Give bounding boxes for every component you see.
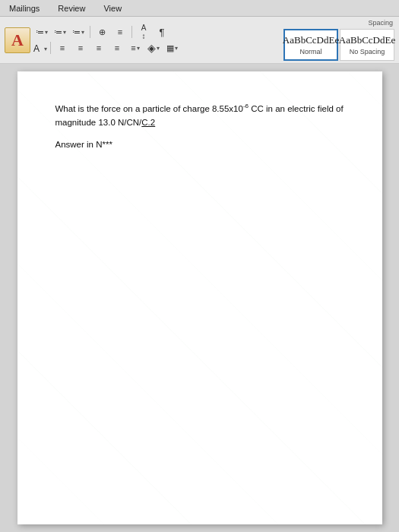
- style-no-spacing-preview: AaBbCcDdEe: [339, 34, 395, 46]
- numbered-list-button[interactable]: ≔▾: [52, 25, 68, 39]
- document-question: What is the force on a particle of charg…: [55, 102, 344, 130]
- menu-mailings[interactable]: Mailings: [6, 3, 43, 14]
- align-right-button[interactable]: ≡: [90, 41, 107, 55]
- style-no-spacing-box[interactable]: AaBbCcDdEe No Spacing: [340, 29, 394, 61]
- question-link[interactable]: C.2: [141, 118, 155, 127]
- document-page: What is the force on a particle of charg…: [17, 71, 382, 524]
- style-panel: Spacing AaBbCcDdEe Normal AaBbCcDdEe No …: [283, 19, 394, 61]
- line-spacing-button[interactable]: ≡▾: [127, 41, 144, 55]
- bullet-list-button[interactable]: ≔▾: [33, 25, 50, 39]
- font-a-label: A: [33, 43, 40, 54]
- multilevel-list-button[interactable]: ≔▾: [70, 25, 87, 39]
- sort-button[interactable]: A↕: [135, 25, 152, 39]
- style-no-spacing-label: No Spacing: [350, 48, 385, 55]
- align-left-button[interactable]: ≡: [54, 41, 71, 55]
- toolbar-row-2: A ▾ ≡ ≡ ≡ ≡ ≡▾ ◈▾ ▦▾: [33, 41, 180, 55]
- font-a-arrow: ▾: [44, 46, 47, 52]
- style-normal-box[interactable]: AaBbCcDdEe Normal: [283, 29, 338, 61]
- separator-1: [90, 26, 90, 38]
- menu-review[interactable]: Review: [55, 3, 88, 14]
- question-text-before: What is the force on a particle of charg…: [55, 104, 243, 113]
- justify-button[interactable]: ≡: [109, 41, 125, 55]
- document-answer: Answer in N***: [55, 138, 344, 151]
- ribbon: A ≔▾ ≔▾ ≔▾ ⊕ ≡ A↕ ¶ A ▾ ≡ ≡ ≡ ≡ ≡▾ ◈▾: [0, 17, 399, 64]
- decrease-indent-button[interactable]: ⊕: [93, 25, 110, 39]
- document-area: What is the force on a particle of charg…: [0, 64, 399, 532]
- styles-big-a-button[interactable]: A: [5, 27, 30, 53]
- style-boxes: AaBbCcDdEe Normal AaBbCcDdEe No Spacing: [283, 29, 394, 61]
- paragraph-mark-button[interactable]: ¶: [154, 25, 170, 39]
- spacing-label: Spacing: [283, 19, 393, 27]
- shading-button[interactable]: ◈▾: [145, 41, 162, 55]
- borders-button[interactable]: ▦▾: [163, 41, 180, 55]
- menu-bar: Mailings Review View: [0, 0, 399, 17]
- align-center-button[interactable]: ≡: [72, 41, 89, 55]
- separator-2: [131, 26, 132, 38]
- font-a-row: A ▾: [33, 43, 47, 54]
- separator-3: [50, 42, 51, 54]
- paragraph-toolbar: ≔▾ ≔▾ ≔▾ ⊕ ≡ A↕ ¶ A ▾ ≡ ≡ ≡ ≡ ≡▾ ◈▾ ▦▾: [33, 25, 180, 55]
- toolbar-row-1: ≔▾ ≔▾ ≔▾ ⊕ ≡ A↕ ¶: [33, 25, 170, 39]
- style-normal-preview: AaBbCcDdEe: [283, 34, 339, 46]
- style-normal-label: Normal: [299, 48, 321, 55]
- menu-view[interactable]: View: [100, 3, 125, 14]
- question-exponent: -6: [243, 103, 249, 109]
- increase-indent-button[interactable]: ≡: [112, 25, 128, 39]
